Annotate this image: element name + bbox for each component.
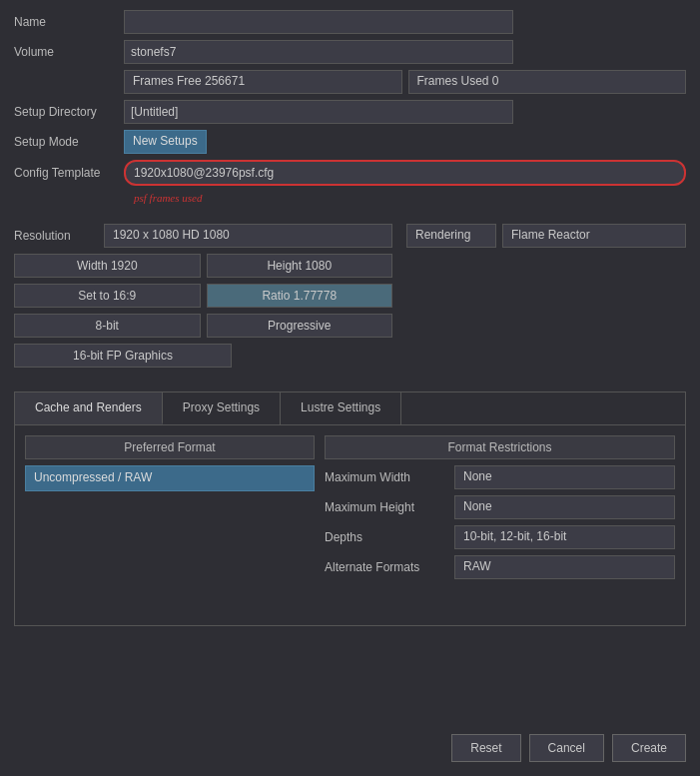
alternate-formats-row: Alternate Formats RAW: [325, 555, 675, 579]
tab-lustre-settings[interactable]: Lustre Settings: [281, 392, 401, 424]
max-width-value: None: [454, 465, 675, 489]
setup-directory-input[interactable]: [124, 100, 513, 124]
ratio-buttons: Set to 16:9 Ratio 1.77778: [14, 284, 392, 308]
resolution-value: 1920 x 1080 HD 1080: [104, 224, 392, 248]
tab-cache-renders[interactable]: Cache and Renders: [15, 392, 163, 424]
tabs-section: Cache and Renders Proxy Settings Lustre …: [14, 391, 686, 626]
name-row: Name: [14, 10, 686, 34]
set-ratio-button[interactable]: Set to 16:9: [14, 284, 201, 308]
name-input[interactable]: [124, 10, 513, 34]
tabs-header: Cache and Renders Proxy Settings Lustre …: [15, 392, 685, 425]
config-annotation: psf frames used: [134, 192, 202, 204]
setup-mode-label: Setup Mode: [14, 135, 124, 149]
depths-value: 10-bit, 12-bit, 16-bit: [454, 525, 675, 549]
rendering-value: Flame Reactor: [502, 224, 686, 248]
format-restrictions-label: Format Restrictions: [325, 435, 675, 459]
depths-label: Depths: [325, 530, 454, 544]
create-button[interactable]: Create: [612, 734, 686, 762]
frames-used: Frames Used 0: [408, 70, 687, 94]
config-template-wrapper: psf frames used: [124, 160, 686, 186]
tab-proxy-settings[interactable]: Proxy Settings: [163, 392, 281, 424]
fp-button[interactable]: 16-bit FP Graphics: [14, 344, 232, 368]
max-height-row: Maximum Height None: [325, 495, 675, 519]
width-button[interactable]: Width 1920: [14, 254, 201, 278]
resolution-label: Resolution: [14, 229, 104, 243]
name-label: Name: [14, 15, 124, 29]
main-panel: Name Volume Frames Free 256671 Frames Us…: [0, 0, 700, 776]
rendering-row: Rendering Flame Reactor: [406, 224, 686, 248]
rendering-label: Rendering: [406, 224, 496, 248]
bit-depth-button[interactable]: 8-bit: [14, 314, 201, 338]
max-width-row: Maximum Width None: [325, 465, 675, 489]
resolution-section: Resolution 1920 x 1080 HD 1080 Width 192…: [14, 224, 686, 374]
setup-directory-row: Setup Directory: [14, 100, 686, 124]
config-template-label: Config Template: [14, 166, 124, 180]
tab-content: Preferred Format Uncompressed / RAW Form…: [15, 425, 685, 625]
resolution-left: Resolution 1920 x 1080 HD 1080 Width 192…: [14, 224, 392, 374]
volume-label: Volume: [14, 45, 124, 59]
resolution-row: Resolution 1920 x 1080 HD 1080: [14, 224, 392, 248]
max-height-label: Maximum Height: [325, 500, 454, 514]
preferred-format-value[interactable]: Uncompressed / RAW: [25, 465, 315, 491]
tab-inner: Preferred Format Uncompressed / RAW Form…: [25, 435, 675, 585]
format-restrictions-panel: Format Restrictions Maximum Width None M…: [325, 435, 675, 585]
alternate-formats-label: Alternate Formats: [325, 560, 454, 574]
config-template-input[interactable]: [124, 160, 686, 186]
resolution-right: Rendering Flame Reactor: [406, 224, 686, 248]
ratio-button[interactable]: Ratio 1.77778: [207, 284, 393, 308]
cancel-button[interactable]: Cancel: [529, 734, 604, 762]
frames-row: Frames Free 256671 Frames Used 0: [124, 70, 686, 94]
alternate-formats-value: RAW: [454, 555, 675, 579]
max-width-label: Maximum Width: [325, 470, 454, 484]
setup-directory-label: Setup Directory: [14, 105, 124, 119]
volume-row: Volume: [14, 40, 686, 64]
setup-mode-value[interactable]: New Setups: [124, 130, 207, 154]
frames-free: Frames Free 256671: [124, 70, 402, 94]
preferred-format-panel: Preferred Format Uncompressed / RAW: [25, 435, 315, 585]
reset-button[interactable]: Reset: [451, 734, 520, 762]
max-height-value: None: [454, 495, 675, 519]
scan-button[interactable]: Progressive: [207, 314, 393, 338]
depth-scan-buttons: 8-bit Progressive: [14, 314, 392, 338]
config-template-row: Config Template psf frames used: [14, 160, 686, 186]
volume-input[interactable]: [124, 40, 513, 64]
depths-row: Depths 10-bit, 12-bit, 16-bit: [325, 525, 675, 549]
preferred-format-label: Preferred Format: [25, 435, 315, 459]
setup-mode-row: Setup Mode New Setups: [14, 130, 686, 154]
width-height-buttons: Width 1920 Height 1080: [14, 254, 392, 278]
height-button[interactable]: Height 1080: [207, 254, 393, 278]
bottom-buttons: Reset Cancel Create: [451, 734, 686, 762]
